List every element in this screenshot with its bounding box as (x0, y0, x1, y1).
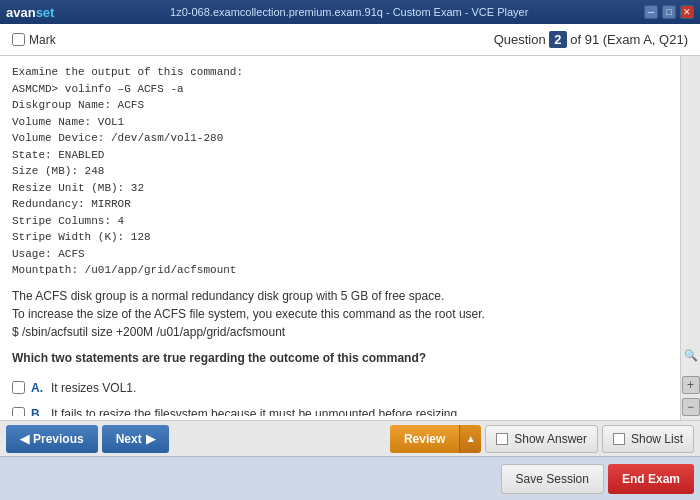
show-answer-checkbox-icon (496, 433, 508, 445)
option-a-checkbox[interactable] (12, 381, 25, 394)
question-header: Mark Question 2 of 91 (Exam A, Q21) (0, 24, 700, 56)
app-logo: avanset (6, 5, 54, 20)
search-icon[interactable]: 🔍 (684, 349, 698, 362)
right-tools-panel: 🔍 + − (680, 56, 700, 424)
minimize-button[interactable]: ─ (644, 5, 658, 19)
cmd-line-6: Size (MB): 248 (12, 163, 667, 180)
command-output: Examine the output of this command: ASMC… (12, 64, 667, 279)
content-area: Examine the output of this command: ASMC… (12, 64, 687, 416)
review-button[interactable]: Review (390, 425, 459, 453)
zoom-out-button[interactable]: − (682, 398, 700, 416)
bottom-nav-1: ◀ Previous Next ▶ Review ▲ Show Answer S… (0, 420, 700, 456)
show-answer-button[interactable]: Show Answer (485, 425, 598, 453)
review-dropdown-button[interactable]: ▲ (459, 425, 481, 453)
option-a-text: It resizes VOL1. (51, 379, 136, 397)
cmd-line-1: ASMCMD> volinfo –G ACFS -a (12, 81, 667, 98)
cmd-line-9: Stripe Columns: 4 (12, 213, 667, 230)
review-container: Review ▲ (390, 425, 481, 453)
close-button[interactable]: ✕ (680, 5, 694, 19)
option-b-checkbox[interactable] (12, 407, 25, 417)
mark-label[interactable]: Mark (29, 33, 56, 47)
logo-set: set (36, 5, 55, 20)
show-list-checkbox-icon (613, 433, 625, 445)
question-info: Question 2 of 91 (Exam A, Q21) (494, 32, 688, 47)
cmd-line-12: Mountpath: /u01/app/grid/acfsmount (12, 262, 667, 279)
cmd-line-8: Redundancy: MIRROR (12, 196, 667, 213)
end-exam-button[interactable]: End Exam (608, 464, 694, 494)
option-a-label: A. (31, 379, 45, 397)
title-bar: avanset 1z0-068.examcollection.premium.e… (0, 0, 700, 24)
option-b: B. It fails to resize the filesystem bec… (12, 401, 667, 417)
next-label: Next (116, 432, 142, 446)
cmd-line-3: Volume Name: VOL1 (12, 114, 667, 131)
question-description: The ACFS disk group is a normal redundan… (12, 287, 667, 341)
option-b-text: It fails to resize the filesystem becaus… (51, 405, 461, 417)
cmd-line-10: Stripe Width (K): 128 (12, 229, 667, 246)
window-controls: ─ □ ✕ (644, 5, 694, 19)
main-content: Examine the output of this command: ASMC… (0, 56, 700, 424)
end-exam-label: End Exam (622, 472, 680, 486)
zoom-in-button[interactable]: + (682, 376, 700, 394)
cmd-line-7: Resize Unit (MB): 32 (12, 180, 667, 197)
cmd-line-5: State: ENABLED (12, 147, 667, 164)
desc-line-2: To increase the size of the ACFS file sy… (12, 305, 667, 323)
option-b-label: B. (31, 405, 45, 417)
next-button[interactable]: Next ▶ (102, 425, 169, 453)
previous-button[interactable]: ◀ Previous (6, 425, 98, 453)
save-session-label: Save Session (516, 472, 589, 486)
mark-checkbox[interactable] (12, 33, 25, 46)
window-title: 1z0-068.examcollection.premium.exam.91q … (170, 6, 528, 18)
desc-line-3: $ /sbin/acfsutil size +200M /u01/app/gri… (12, 323, 667, 341)
previous-label: Previous (33, 432, 84, 446)
question-text: Which two statements are true regarding … (12, 349, 667, 367)
mark-container: Mark (12, 33, 56, 47)
cmd-line-4: Volume Device: /dev/asm/vol1-280 (12, 130, 667, 147)
next-arrow-icon: ▶ (146, 432, 155, 446)
maximize-button[interactable]: □ (662, 5, 676, 19)
show-list-button[interactable]: Show List (602, 425, 694, 453)
cmd-line-11: Usage: ACFS (12, 246, 667, 263)
cmd-line-intro: Examine the output of this command: (12, 64, 667, 81)
question-label: Question (494, 32, 546, 47)
question-total: of 91 (Exam A, Q21) (570, 32, 688, 47)
logo-avan: avan (6, 5, 36, 20)
question-number: 2 (549, 31, 566, 48)
review-arrow-icon: ▲ (466, 433, 476, 444)
option-a: A. It resizes VOL1. (12, 375, 667, 401)
save-session-button[interactable]: Save Session (501, 464, 604, 494)
review-label: Review (404, 432, 445, 446)
show-list-label: Show List (631, 432, 683, 446)
options-list: A. It resizes VOL1. B. It fails to resiz… (12, 375, 667, 417)
desc-line-1: The ACFS disk group is a normal redundan… (12, 287, 667, 305)
show-answer-label: Show Answer (514, 432, 587, 446)
cmd-line-2: Diskgroup Name: ACFS (12, 97, 667, 114)
bottom-nav-2: Save Session End Exam (0, 456, 700, 500)
prev-arrow-icon: ◀ (20, 432, 29, 446)
